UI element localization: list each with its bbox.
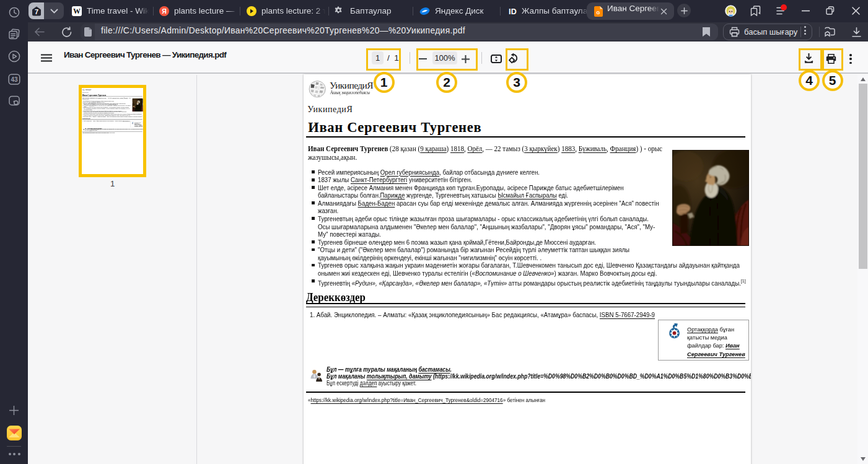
svg-text:43: 43 bbox=[11, 76, 18, 83]
svg-text:7: 7 bbox=[35, 7, 38, 15]
svg-text:G: G bbox=[597, 10, 600, 15]
